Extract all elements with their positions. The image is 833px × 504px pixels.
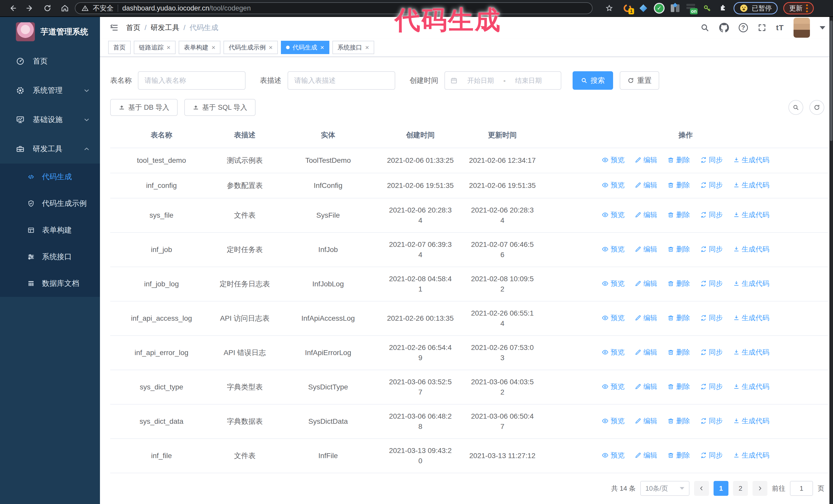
delete-link[interactable]: 删除 bbox=[667, 244, 690, 254]
sidebar-item-devtools[interactable]: 研发工具 bbox=[0, 134, 100, 164]
scrollbar[interactable] bbox=[829, 17, 833, 504]
edit-link[interactable]: 编辑 bbox=[635, 155, 657, 165]
font-size-icon[interactable]: tT bbox=[776, 23, 784, 32]
sidebar-item-codegen[interactable]: 代码生成 bbox=[0, 164, 100, 190]
forward-icon[interactable] bbox=[23, 1, 38, 16]
edit-link[interactable]: 编辑 bbox=[635, 347, 657, 357]
page-button-2[interactable]: 2 bbox=[733, 481, 748, 496]
preview-link[interactable]: 预览 bbox=[602, 279, 624, 289]
table-name-input[interactable] bbox=[138, 71, 245, 90]
delete-link[interactable]: 删除 bbox=[667, 313, 690, 323]
delete-link[interactable]: 删除 bbox=[667, 450, 690, 460]
search-icon[interactable] bbox=[700, 23, 710, 32]
search-button[interactable]: 搜索 bbox=[573, 71, 613, 90]
breadcrumb-devtools[interactable]: 研发工具 bbox=[151, 23, 180, 32]
edit-link[interactable]: 编辑 bbox=[635, 313, 657, 323]
table-desc-input[interactable] bbox=[288, 71, 395, 90]
delete-link[interactable]: 删除 bbox=[667, 155, 690, 165]
delete-link[interactable]: 删除 bbox=[667, 381, 690, 392]
preview-link[interactable]: 预览 bbox=[602, 210, 624, 220]
scrollbar-thumb[interactable] bbox=[830, 21, 832, 141]
generate-code-link[interactable]: 生成代码 bbox=[733, 450, 769, 460]
tab-tracing[interactable]: 链路追踪× bbox=[134, 41, 175, 54]
preview-link[interactable]: 预览 bbox=[602, 416, 624, 426]
preview-link[interactable]: 预览 bbox=[602, 180, 624, 190]
generate-code-link[interactable]: 生成代码 bbox=[733, 155, 769, 165]
edit-link[interactable]: 编辑 bbox=[635, 180, 657, 190]
edit-link[interactable]: 编辑 bbox=[635, 381, 657, 392]
github-icon[interactable] bbox=[719, 23, 729, 32]
tab-home[interactable]: 首页 bbox=[108, 41, 131, 54]
close-icon[interactable]: × bbox=[167, 44, 170, 51]
sync-link[interactable]: 同步 bbox=[700, 347, 723, 357]
sidebar-item-api[interactable]: 系统接口 bbox=[0, 243, 100, 270]
extension-orange-icon[interactable]: 1 bbox=[622, 3, 633, 13]
edit-link[interactable]: 编辑 bbox=[635, 416, 657, 426]
close-icon[interactable]: × bbox=[211, 44, 215, 51]
sidebar-item-form-builder[interactable]: 表单构建 bbox=[0, 217, 100, 243]
goto-page-input[interactable] bbox=[790, 481, 813, 496]
refresh-button[interactable] bbox=[809, 100, 824, 115]
next-page-button[interactable] bbox=[753, 481, 767, 496]
bookmark-star-icon[interactable] bbox=[602, 1, 617, 16]
delete-link[interactable]: 删除 bbox=[667, 210, 690, 220]
hamburger-icon[interactable] bbox=[109, 23, 119, 32]
preview-link[interactable]: 预览 bbox=[602, 450, 624, 460]
generate-code-link[interactable]: 生成代码 bbox=[733, 210, 769, 220]
security-label[interactable]: 不安全 bbox=[93, 4, 114, 13]
sync-link[interactable]: 同步 bbox=[700, 244, 723, 254]
reload-icon[interactable] bbox=[40, 1, 55, 16]
import-db-button[interactable]: 基于 DB 导入 bbox=[110, 99, 177, 116]
generate-code-link[interactable]: 生成代码 bbox=[733, 279, 769, 289]
delete-link[interactable]: 删除 bbox=[667, 180, 690, 190]
breadcrumb-home[interactable]: 首页 bbox=[126, 23, 140, 32]
tab-api[interactable]: 系统接口× bbox=[332, 41, 374, 54]
extensions-puzzle-icon[interactable] bbox=[718, 3, 728, 13]
toggle-search-button[interactable] bbox=[788, 100, 803, 115]
avatar-caret-icon[interactable] bbox=[820, 26, 825, 29]
tab-codegen[interactable]: 代码生成× bbox=[281, 41, 329, 54]
edit-link[interactable]: 编辑 bbox=[635, 210, 657, 220]
close-icon[interactable]: × bbox=[320, 44, 324, 51]
sidebar-item-home[interactable]: 首页 bbox=[0, 47, 100, 76]
close-icon[interactable]: × bbox=[269, 44, 272, 51]
date-range-picker[interactable]: - bbox=[445, 71, 561, 90]
extension-gem-icon[interactable] bbox=[638, 3, 648, 13]
tab-codegen-example[interactable]: 代码生成示例× bbox=[223, 41, 278, 54]
sync-link[interactable]: 同步 bbox=[700, 155, 723, 165]
sidebar-item-infra[interactable]: 基础设施 bbox=[0, 105, 100, 134]
profile-paused-chip[interactable]: 已暂停 bbox=[734, 2, 778, 14]
extension-key-icon[interactable] bbox=[702, 3, 712, 13]
sidebar-item-db-doc[interactable]: 数据库文档 bbox=[0, 270, 100, 297]
sidebar-item-system[interactable]: 系统管理 bbox=[0, 76, 100, 105]
preview-link[interactable]: 预览 bbox=[602, 155, 624, 165]
preview-link[interactable]: 预览 bbox=[602, 347, 624, 357]
close-icon[interactable]: × bbox=[365, 44, 369, 51]
page-button-1[interactable]: 1 bbox=[714, 481, 729, 496]
sync-link[interactable]: 同步 bbox=[700, 180, 723, 190]
update-chip[interactable]: 更新 bbox=[783, 2, 814, 14]
reset-button[interactable]: 重置 bbox=[620, 71, 659, 90]
import-sql-button[interactable]: 基于 SQL 导入 bbox=[184, 99, 256, 116]
generate-code-link[interactable]: 生成代码 bbox=[733, 313, 769, 323]
delete-link[interactable]: 删除 bbox=[667, 416, 690, 426]
home-icon[interactable] bbox=[57, 1, 72, 16]
sync-link[interactable]: 同步 bbox=[700, 210, 723, 220]
delete-link[interactable]: 删除 bbox=[667, 347, 690, 357]
app-logo-row[interactable]: 芋道管理系统 bbox=[0, 17, 100, 47]
sync-link[interactable]: 同步 bbox=[700, 381, 723, 392]
fullscreen-icon[interactable] bbox=[758, 23, 766, 32]
sync-link[interactable]: 同步 bbox=[700, 416, 723, 426]
extension-on-icon[interactable]: on bbox=[686, 3, 696, 13]
preview-link[interactable]: 预览 bbox=[602, 313, 624, 323]
page-url[interactable]: dashboard.yudao.iocoder.cn/tool/codegen bbox=[122, 4, 251, 12]
back-icon[interactable] bbox=[5, 1, 20, 16]
security-warning-icon[interactable] bbox=[81, 5, 89, 12]
tab-form-builder[interactable]: 表单构建× bbox=[178, 41, 220, 54]
extension-check-icon[interactable]: ✓ bbox=[654, 3, 664, 13]
sync-link[interactable]: 同步 bbox=[700, 279, 723, 289]
delete-link[interactable]: 删除 bbox=[667, 279, 690, 289]
generate-code-link[interactable]: 生成代码 bbox=[733, 347, 769, 357]
prev-page-button[interactable] bbox=[694, 481, 709, 496]
extension-panels-icon[interactable] bbox=[670, 3, 680, 13]
